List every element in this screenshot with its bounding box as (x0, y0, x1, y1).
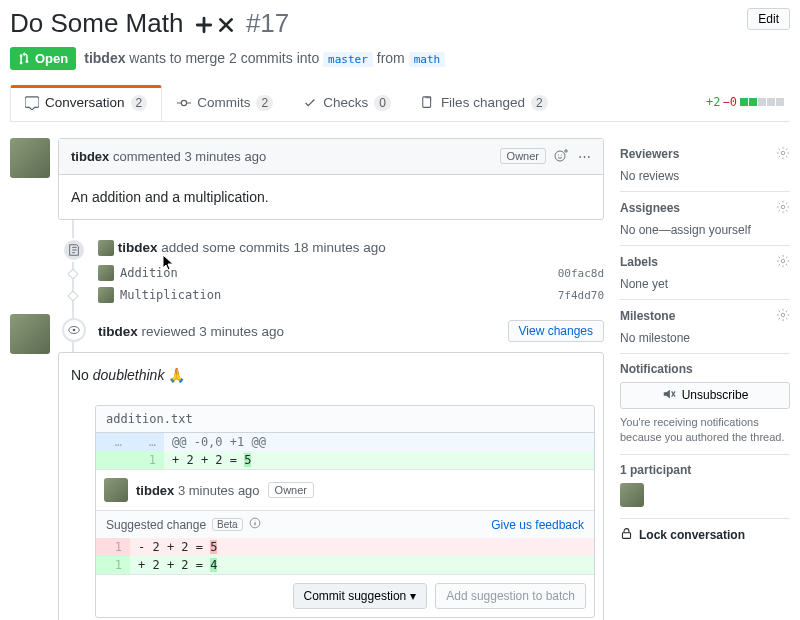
state-open-badge: Open (10, 47, 76, 70)
svg-point-8 (781, 151, 785, 155)
file-name[interactable]: addition.txt (96, 406, 594, 433)
assignees-title: Assignees (620, 201, 680, 215)
svg-point-3 (558, 154, 559, 155)
avatar[interactable] (10, 138, 50, 178)
plus-icon (195, 10, 213, 41)
tab-files-changed[interactable]: Files changed 2 (406, 84, 563, 121)
pr-number: #17 (246, 8, 289, 38)
unsubscribe-button[interactable]: Unsubscribe (620, 382, 790, 409)
svg-rect-1 (423, 97, 431, 108)
notifications-title: Notifications (620, 362, 693, 376)
svg-point-0 (182, 100, 187, 105)
diffstat: +2 −0 (706, 95, 790, 109)
avatar (98, 265, 114, 281)
add-suggestion-to-batch-button[interactable]: Add suggestion to batch (435, 583, 586, 609)
info-icon[interactable] (249, 517, 261, 532)
avatar[interactable] (104, 478, 128, 502)
labels-body: None yet (620, 277, 790, 291)
comment-menu-icon[interactable]: ⋯ (578, 149, 591, 164)
eye-icon (62, 318, 86, 342)
beta-badge: Beta (212, 518, 243, 531)
chevron-down-icon: ▾ (410, 589, 416, 603)
role-badge-owner: Owner (268, 482, 314, 498)
gear-icon[interactable] (776, 254, 790, 271)
edit-button[interactable]: Edit (747, 8, 790, 30)
svg-point-4 (561, 154, 562, 155)
lock-conversation-link[interactable]: Lock conversation (620, 519, 790, 551)
labels-title: Labels (620, 255, 658, 269)
commits-event: tibdex added some commits 18 minutes ago (98, 240, 604, 256)
svg-point-2 (555, 151, 565, 161)
reviewers-title: Reviewers (620, 147, 679, 161)
mute-icon (662, 387, 676, 404)
milestone-body: No milestone (620, 331, 790, 345)
avatar[interactable] (620, 483, 644, 507)
commit-row[interactable]: Addition 00fac8d (58, 262, 604, 284)
participants-title: 1 participant (620, 463, 691, 477)
diff-hunk: …… @@ -0,0 +1 @@ (96, 433, 594, 451)
milestone-title: Milestone (620, 309, 675, 323)
commit-row[interactable]: Multiplication 7f4dd70 (58, 284, 604, 306)
add-reaction-icon[interactable] (554, 147, 570, 166)
op-comment: tibdex commented 3 minutes ago Owner ⋯ A… (58, 138, 604, 220)
base-branch[interactable]: master (323, 52, 373, 67)
comment-body: An addition and a multiplication. (59, 175, 603, 219)
tab-commits[interactable]: Commits 2 (162, 84, 288, 121)
reviewers-body: No reviews (620, 169, 790, 183)
head-branch[interactable]: math (409, 52, 446, 67)
lock-icon (620, 527, 633, 543)
avatar[interactable] (98, 240, 114, 256)
diff-line-added: 1 + 2 + 2 = 5 (96, 451, 594, 469)
view-changes-button[interactable]: View changes (508, 320, 605, 342)
tab-conversation[interactable]: Conversation 2 (10, 85, 162, 121)
svg-point-11 (781, 313, 785, 317)
commit-suggestion-button[interactable]: Commit suggestion ▾ (293, 583, 428, 609)
give-feedback-link[interactable]: Give us feedback (491, 518, 584, 532)
svg-point-9 (781, 205, 785, 209)
pr-title: Do Some Math (10, 8, 183, 38)
merge-description: tibdex wants to merge 2 commits into mas… (84, 50, 445, 66)
role-badge-owner: Owner (500, 148, 546, 164)
suggested-change-label: Suggested change (106, 518, 206, 532)
svg-rect-12 (622, 532, 630, 538)
x-icon (217, 10, 235, 41)
svg-point-10 (781, 259, 785, 263)
gear-icon[interactable] (776, 146, 790, 163)
diff-line-removed: 1 - 2 + 2 = 5 (96, 538, 594, 556)
avatar (98, 287, 114, 303)
repo-push-icon (62, 238, 86, 262)
diff-line-added: 1 + 2 + 2 = 4 (96, 556, 594, 574)
tab-checks[interactable]: Checks 0 (288, 84, 406, 121)
gear-icon[interactable] (776, 200, 790, 217)
avatar[interactable] (10, 314, 50, 354)
review-body: No doublethink 🙏 (59, 353, 603, 397)
gear-icon[interactable] (776, 308, 790, 325)
notifications-note: You're receiving notifications because y… (620, 415, 790, 446)
assignees-body[interactable]: No one—assign yourself (620, 223, 790, 237)
svg-point-6 (73, 329, 76, 332)
